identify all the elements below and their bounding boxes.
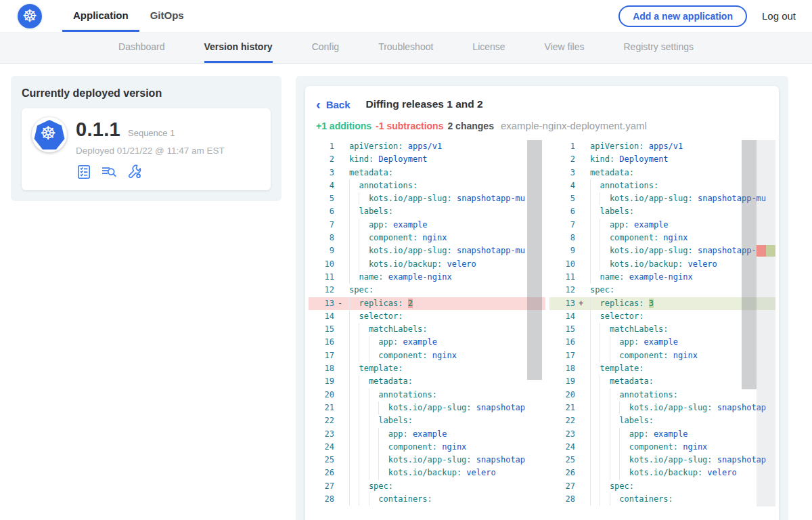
kubernetes-wheel-icon: ☸	[22, 7, 37, 24]
diff-editor: 1apiVersion: apps/v12kind: Deployment3me…	[305, 140, 779, 506]
indent-guide	[590, 336, 600, 349]
indent-guide	[378, 454, 388, 467]
scrollbar-thumb[interactable]	[527, 140, 542, 380]
indent-guide	[619, 454, 629, 467]
deploy-logs-icon[interactable]	[101, 164, 118, 180]
sub-tab-view-files[interactable]: View files	[545, 32, 585, 63]
diff-marker	[334, 192, 349, 205]
code-text: annotations:	[590, 389, 775, 402]
diff-marker: +	[575, 297, 590, 310]
logout-link[interactable]: Log out	[762, 10, 796, 22]
diff-marker	[334, 167, 349, 179]
indent-guide	[610, 467, 619, 479]
diff-line: 28containers:	[549, 493, 775, 506]
sub-tab-license[interactable]: License	[472, 32, 505, 63]
code-text: app: example	[590, 428, 775, 441]
version-actions	[76, 164, 225, 180]
back-link[interactable]: ‹ Back	[316, 98, 351, 111]
indent-guide	[349, 232, 359, 244]
indent-guide	[600, 441, 609, 454]
code-text: replicas: 2	[349, 297, 545, 310]
diff-marker	[575, 375, 590, 388]
diff-marker	[334, 310, 349, 323]
diff-line: 9kots.io/app-slug: snapshotapp-mu	[309, 244, 545, 257]
diff-marker	[334, 258, 349, 271]
diff-marker	[575, 349, 590, 362]
diff-marker	[575, 414, 590, 427]
code-text: kots.io/app-slug: snapshotap	[590, 402, 775, 414]
indent-guide	[590, 232, 600, 244]
line-number: 22	[549, 414, 575, 427]
diff-marker	[575, 192, 590, 205]
diff-line: 27spec:	[309, 480, 545, 493]
indent-guide	[600, 258, 609, 271]
diff-line: 23app: example	[309, 428, 545, 441]
indent-guide	[378, 428, 388, 441]
diff-marker	[334, 153, 349, 166]
code-text: matchLabels:	[349, 323, 545, 336]
indent-guide	[359, 402, 368, 414]
line-number: 10	[309, 258, 334, 271]
line-number: 12	[309, 284, 334, 297]
diff-marker	[575, 310, 590, 323]
indent-guide	[619, 441, 629, 454]
top-tab-application[interactable]: Application	[62, 0, 139, 32]
indent-guide	[600, 375, 609, 388]
sub-tab-registry-settings[interactable]: Registry settings	[624, 32, 694, 63]
top-tab-gitops[interactable]: GitOps	[139, 0, 195, 32]
code-text: metadata:	[349, 167, 545, 179]
diff-line: 7app: example	[309, 219, 545, 232]
indent-guide	[359, 258, 368, 271]
indent-guide	[349, 389, 359, 402]
indent-guide	[359, 389, 368, 402]
diff-line: 11name: example-nginx	[309, 271, 545, 284]
indent-guide	[359, 467, 368, 479]
scrollbar-thumb[interactable]	[742, 140, 757, 389]
indent-guide	[610, 402, 619, 414]
diff-marker	[575, 336, 590, 349]
diff-marker	[334, 414, 349, 427]
diff-marker	[575, 258, 590, 271]
indent-guide	[359, 192, 368, 205]
indent-guide	[590, 219, 600, 232]
preflight-checklist-icon[interactable]	[76, 164, 92, 180]
edit-config-icon[interactable]	[127, 164, 143, 180]
deployed-card-title: Currently deployed version	[22, 87, 271, 100]
indent-guide	[610, 493, 619, 506]
indent-guide	[359, 219, 368, 232]
indent-guide	[610, 414, 619, 427]
line-number: 6	[549, 205, 575, 218]
code-text: labels:	[590, 414, 775, 427]
diff-panel: ‹ Back Diffing releases 1 and 2 +1 addit…	[296, 76, 788, 520]
diff-marker	[334, 349, 349, 362]
line-number: 21	[549, 402, 575, 414]
line-number: 13	[309, 297, 334, 310]
additions-count: +1 additions	[316, 121, 371, 131]
sub-tab-config[interactable]: Config	[312, 32, 339, 63]
indent-guide	[369, 441, 378, 454]
indent-guide	[359, 441, 368, 454]
diff-marker	[334, 480, 349, 493]
indent-guide	[590, 454, 600, 467]
diff-line: 16app: example	[309, 336, 545, 349]
sub-tab-version-history[interactable]: Version history	[204, 32, 273, 63]
diff-marker	[334, 219, 349, 232]
line-number: 14	[549, 310, 575, 323]
diff-marker	[334, 428, 349, 441]
diff-line: 27spec:	[549, 480, 775, 493]
diff-overview-ruler[interactable]	[757, 140, 775, 506]
sub-tab-dashboard[interactable]: Dashboard	[118, 32, 165, 63]
sub-tab-troubleshoot[interactable]: Troubleshoot	[378, 32, 433, 63]
line-number: 17	[549, 349, 575, 362]
indent-guide	[359, 414, 368, 427]
subtractions-count: -1 subtractions	[376, 121, 443, 131]
indent-guide	[369, 428, 378, 441]
indent-guide	[600, 414, 609, 427]
indent-guide	[359, 493, 368, 506]
line-number: 20	[309, 389, 334, 402]
diff-line: 23app: example	[549, 428, 775, 441]
indent-guide	[359, 244, 368, 257]
code-text: labels:	[349, 414, 545, 427]
add-application-button[interactable]: Add a new application	[618, 5, 747, 27]
code-text: kots.io/backup: velero	[590, 467, 775, 479]
